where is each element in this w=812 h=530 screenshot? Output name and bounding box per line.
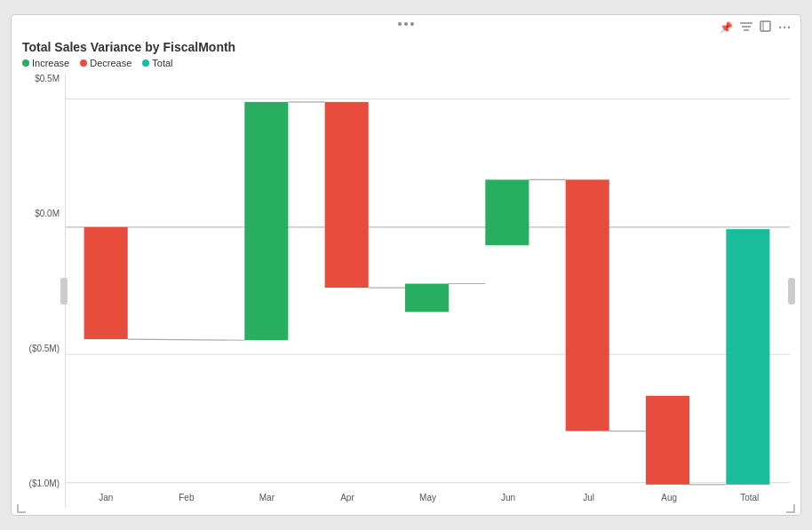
svg-line-9 bbox=[128, 339, 245, 340]
chart-title: Total Sales Variance by FiscalMonth bbox=[22, 40, 790, 54]
y-axis: $0.5M $0.0M ($0.5M) ($1.0M) bbox=[22, 74, 65, 508]
chart-inner: $0.5M $0.0M ($0.5M) ($1.0M) bbox=[22, 74, 790, 508]
resize-handle-right[interactable] bbox=[788, 278, 795, 305]
chart-legend: Increase Decrease Total bbox=[22, 58, 790, 68]
bar-jan bbox=[84, 227, 128, 339]
legend-total: Total bbox=[142, 58, 172, 68]
svg-rect-3 bbox=[760, 21, 770, 31]
expand-icon[interactable] bbox=[760, 20, 771, 35]
x-label-mar: Mar bbox=[227, 488, 307, 508]
resize-handle-left[interactable] bbox=[60, 278, 68, 305]
legend-dot-decrease bbox=[80, 59, 87, 67]
bar-total bbox=[726, 229, 769, 485]
pin-icon[interactable]: 📌 bbox=[720, 21, 733, 34]
x-label-may: May bbox=[387, 488, 468, 508]
resize-handle-bottom-right[interactable] bbox=[786, 504, 795, 513]
y-label-2: ($0.5M) bbox=[22, 344, 65, 353]
legend-label-increase: Increase bbox=[32, 58, 69, 68]
y-label-1: $0.0M bbox=[22, 209, 65, 218]
x-label-jan: Jan bbox=[66, 488, 147, 508]
legend-label-total: Total bbox=[152, 58, 172, 68]
x-label-apr: Apr bbox=[307, 488, 388, 508]
chart-area: $0.5M $0.0M ($0.5M) ($1.0M) bbox=[22, 74, 790, 508]
legend-dot-total bbox=[142, 59, 149, 67]
filter-icon[interactable] bbox=[740, 21, 752, 35]
legend-decrease: Decrease bbox=[80, 58, 131, 68]
chart-card: 📌 ··· Total Sales Variance by FiscalMont… bbox=[11, 14, 801, 516]
top-icons[interactable]: 📌 ··· bbox=[720, 20, 792, 35]
legend-increase: Increase bbox=[22, 58, 69, 68]
y-label-0: $0.5M bbox=[22, 74, 65, 83]
x-label-jun: Jun bbox=[468, 488, 549, 508]
bar-jul bbox=[566, 179, 609, 431]
bar-aug bbox=[646, 396, 689, 485]
waterfall-svg bbox=[66, 74, 790, 508]
bar-may bbox=[405, 284, 449, 312]
top-bar bbox=[398, 22, 414, 26]
x-labels: Jan Feb Mar Apr May Jun Jul Aug Total bbox=[66, 488, 790, 508]
more-icon[interactable]: ··· bbox=[778, 20, 792, 35]
chart-body: Jan Feb Mar Apr May Jun Jul Aug Total bbox=[65, 74, 790, 508]
bar-mar bbox=[244, 102, 288, 340]
y-label-3: ($1.0M) bbox=[22, 479, 65, 488]
legend-label-decrease: Decrease bbox=[90, 58, 131, 68]
legend-dot-increase bbox=[22, 59, 29, 67]
bar-apr bbox=[325, 102, 369, 288]
resize-handle-bottom-left[interactable] bbox=[17, 504, 26, 513]
x-label-jul: Jul bbox=[548, 488, 629, 508]
x-label-feb: Feb bbox=[147, 488, 227, 508]
x-label-total: Total bbox=[710, 488, 791, 508]
x-label-aug: Aug bbox=[629, 488, 710, 508]
bar-jun bbox=[485, 179, 529, 245]
